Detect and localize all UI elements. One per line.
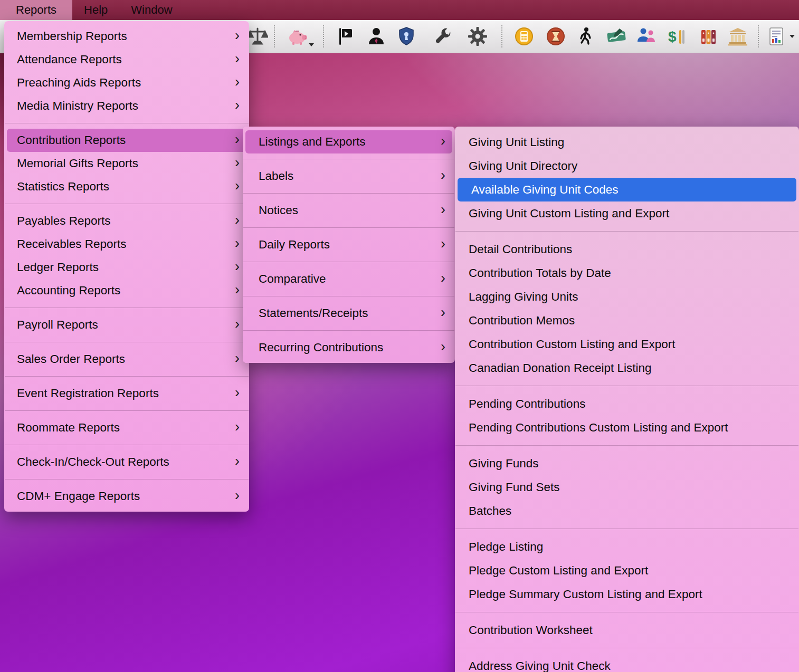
menu-item-statements-receipts[interactable]: Statements/Receipts› [243,302,455,325]
signature-icon[interactable] [606,26,627,47]
binders-icon[interactable] [698,26,719,47]
menu-item-event-registration-reports[interactable]: Event Registration Reports› [4,382,249,405]
menu-item-label: Giving Funds [469,457,790,471]
gear-icon[interactable] [467,26,488,47]
menu-item-label: Ledger Reports [17,261,235,274]
menu-item-giving-unit-directory[interactable]: Giving Unit Directory [455,154,799,178]
menu-item-label: Giving Unit Directory [469,159,790,173]
menu-item-pending-contributions[interactable]: Pending Contributions [455,392,799,416]
chevron-right-icon: › [235,52,240,66]
menu-separator [5,445,249,445]
piggy-bank-icon[interactable] [288,26,309,47]
hourglass-icon[interactable] [545,26,566,47]
menu-item-pledge-listing[interactable]: Pledge Listing [455,535,799,559]
bank-icon[interactable] [727,26,748,47]
menu-item-label: Statistics Reports [17,180,235,194]
menu-item-media-ministry-reports[interactable]: Media Ministry Reports› [4,94,249,118]
menu-item-contribution-memos[interactable]: Contribution Memos [455,309,799,332]
menu-item-label: Pledge Listing [469,540,790,554]
menu-item-label: Preaching Aids Reports [17,76,235,90]
menu-item-contribution-totals-by-date[interactable]: Contribution Totals by Date [455,261,799,285]
menu-item-label: Giving Unit Listing [469,136,790,149]
menu-item-available-giving-unit-codes[interactable]: Available Giving Unit Codes [458,178,796,201]
scales-icon[interactable] [247,26,268,47]
menu-item-pending-contributions-custom-listing-and-export[interactable]: Pending Contributions Custom Listing and… [455,416,799,439]
menu-item-receivables-reports[interactable]: Receivables Reports› [4,233,249,256]
menu-item-label: Batches [469,504,790,518]
menubar-label: Help [84,3,108,17]
menu-item-notices[interactable]: Notices› [243,199,455,222]
exit-flag-icon[interactable] [335,26,356,47]
toolbar-separator [274,25,275,47]
menu-item-pledge-custom-listing-and-export[interactable]: Pledge Custom Listing and Export [455,559,799,582]
dollar-report-icon[interactable]: $ [666,26,687,47]
menu-item-label: Pending Contributions Custom Listing and… [469,421,790,435]
menu-item-listings-and-exports[interactable]: Listings and Exports› [245,130,452,153]
menu-item-preaching-aids-reports[interactable]: Preaching Aids Reports› [4,71,249,94]
menu-separator [243,193,454,194]
menu-item-daily-reports[interactable]: Daily Reports› [243,233,455,256]
desktop: $ [0,0,799,672]
caret-down-icon[interactable] [790,35,795,38]
walking-person-icon[interactable] [575,26,596,47]
menu-item-contribution-custom-listing-and-export[interactable]: Contribution Custom Listing and Export [455,332,799,356]
caret-down-icon[interactable] [309,43,314,46]
contribution-reports-submenu: Listings and Exports› Labels› Notices› D… [243,127,455,363]
menubar-label: Reports [16,3,56,17]
menu-item-ledger-reports[interactable]: Ledger Reports› [4,256,249,279]
menu-separator [5,342,249,342]
menu-item-label: Detail Contributions [469,243,790,256]
menu-item-recurring-contributions[interactable]: Recurring Contributions› [243,336,455,359]
menu-item-comparative[interactable]: Comparative› [243,267,455,291]
menu-separator [243,227,454,228]
menu-item-sales-order-reports[interactable]: Sales Order Reports› [4,348,249,371]
menu-item-memorial-gifts-reports[interactable]: Memorial Gifts Reports› [4,152,249,175]
menu-item-address-giving-unit-check[interactable]: Address Giving Unit Check [455,654,799,672]
menu-item-label: Contribution Memos [469,314,790,328]
menu-separator [455,386,798,386]
menubar-item-reports[interactable]: Reports [0,0,72,20]
menu-item-detail-contributions[interactable]: Detail Contributions [455,237,799,261]
menu-item-cdm-engage-reports[interactable]: CDM+ Engage Reports› [4,485,249,508]
menu-separator [455,529,798,529]
chevron-right-icon: › [235,260,240,274]
menu-item-giving-unit-custom-listing-and-export[interactable]: Giving Unit Custom Listing and Export [455,201,799,225]
menu-item-label: Accounting Reports [17,284,235,297]
menu-item-label: Pledge Summary Custom Listing and Export [469,588,790,601]
calculator-icon[interactable] [513,26,535,47]
menu-bar: Reports Help Window [0,0,799,20]
menu-item-membership-reports[interactable]: Membership Reports› [4,25,249,48]
chevron-right-icon: › [235,386,240,400]
menu-item-attendance-reports[interactable]: Attendance Reports› [4,48,249,71]
menu-item-accounting-reports[interactable]: Accounting Reports› [4,279,249,302]
report-document-icon[interactable] [766,26,787,47]
menu-separator [243,159,454,159]
menu-item-giving-funds[interactable]: Giving Funds [455,452,799,475]
menu-item-giving-unit-listing[interactable]: Giving Unit Listing [455,130,799,154]
wrench-icon[interactable] [433,26,454,47]
menu-item-canadian-donation-receipt-listing[interactable]: Canadian Donation Receipt Listing [455,356,799,380]
people-finance-icon[interactable] [636,26,657,47]
menubar-label: Window [131,3,172,17]
menu-item-payroll-reports[interactable]: Payroll Reports› [4,313,249,337]
person-icon[interactable] [366,26,387,47]
menu-separator [455,231,798,232]
menu-separator [243,296,454,296]
menu-item-giving-fund-sets[interactable]: Giving Fund Sets [455,475,799,499]
menu-item-check-in-check-out-reports[interactable]: Check-In/Check-Out Reports› [4,450,249,474]
menu-item-roommate-reports[interactable]: Roommate Reports› [4,416,249,439]
menu-item-statistics-reports[interactable]: Statistics Reports› [4,175,249,198]
menu-item-contribution-worksheet[interactable]: Contribution Worksheet [455,618,799,642]
menu-item-label: Attendance Reports [17,53,235,66]
menu-item-contribution-reports[interactable]: Contribution Reports› [7,129,246,152]
menu-item-payables-reports[interactable]: Payables Reports› [4,209,249,233]
menubar-item-window[interactable]: Window [119,0,184,20]
menu-item-batches[interactable]: Batches [455,499,799,523]
menu-item-labels[interactable]: Labels› [243,165,455,188]
menu-item-lagging-giving-units[interactable]: Lagging Giving Units [455,285,799,309]
chevron-right-icon: › [235,317,240,331]
menubar-item-help[interactable]: Help [72,0,119,20]
menu-item-pledge-summary-custom-listing-and-export[interactable]: Pledge Summary Custom Listing and Export [455,582,799,606]
shield-icon[interactable] [396,26,417,47]
menu-item-label: Canadian Donation Receipt Listing [469,361,790,375]
